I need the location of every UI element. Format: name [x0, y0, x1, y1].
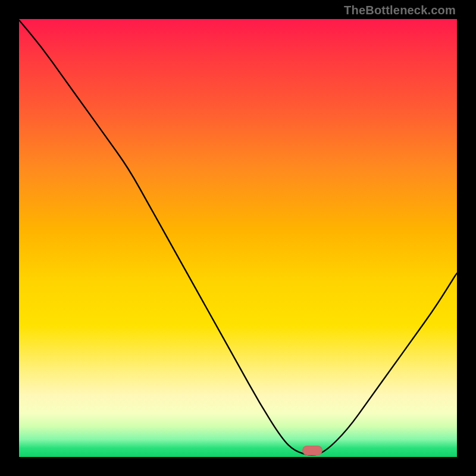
watermark-text: TheBottleneck.com	[344, 4, 456, 17]
chart-frame: TheBottleneck.com	[0, 0, 476, 476]
bottleneck-curve	[19, 19, 457, 457]
optimal-point-marker	[302, 446, 322, 455]
plot-area	[19, 19, 457, 457]
